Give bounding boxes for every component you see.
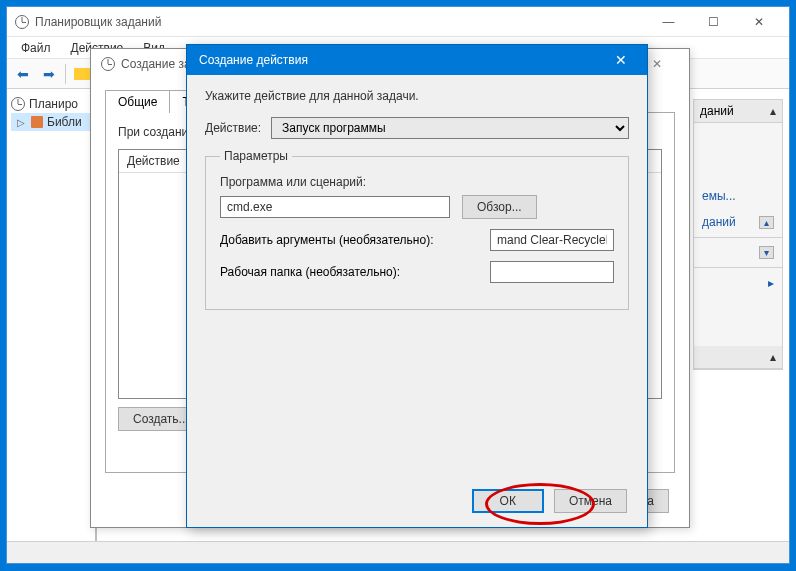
clock-icon <box>11 97 25 111</box>
chevron-right-icon: ▸ <box>768 276 774 290</box>
actions-pane-item[interactable]: ▸ <box>694 270 782 296</box>
create-action-dialog: Создание действия ✕ Укажите действие для… <box>186 44 648 528</box>
tab-general[interactable]: Общие <box>105 90 170 113</box>
folder-icon <box>74 68 90 80</box>
actions-pane-divider: ▴ <box>694 346 782 369</box>
arrow-left-icon: ⬅ <box>17 66 29 82</box>
working-folder-input[interactable] <box>490 261 614 283</box>
actions-pane-header: даний ▴ <box>694 100 782 123</box>
program-input[interactable] <box>220 196 450 218</box>
browse-button[interactable]: Обзор... <box>462 195 537 219</box>
minimize-button[interactable]: — <box>646 8 691 36</box>
tree-panel: Планиро ▷ Библи <box>7 89 97 563</box>
collapse-icon[interactable]: ▴ <box>770 104 776 118</box>
library-icon <box>31 116 43 128</box>
dialog-titlebar[interactable]: Создание действия ✕ <box>187 45 647 75</box>
down-spinner-icon[interactable]: ▾ <box>759 246 774 259</box>
maximize-button[interactable]: ☐ <box>691 8 736 36</box>
clock-icon <box>101 57 115 71</box>
collapse-icon[interactable]: ▴ <box>770 350 776 364</box>
arrow-right-icon: ➡ <box>43 66 55 82</box>
menu-file[interactable]: Файл <box>13 39 59 57</box>
expand-icon: ▷ <box>17 117 25 128</box>
program-label: Программа или сценарий: <box>220 175 614 189</box>
dialog-instruction: Укажите действие для данной задачи. <box>205 89 629 103</box>
working-folder-label: Рабочая папка (необязательно): <box>220 265 490 279</box>
toolbar-separator <box>65 64 66 84</box>
dialog-title: Создание действия <box>199 53 607 67</box>
actions-pane-item[interactable]: ▾ <box>694 240 782 265</box>
nav-forward-button[interactable]: ➡ <box>37 62 61 86</box>
action-label: Действие: <box>205 121 261 135</box>
main-titlebar: Планировщик заданий — ☐ ✕ <box>7 7 789 37</box>
tree-root[interactable]: Планиро <box>11 95 91 113</box>
tree-root-label: Планиро <box>29 97 78 111</box>
actions-pane-item[interactable]: даний ▴ <box>694 209 782 235</box>
tree-library-label: Библи <box>47 115 82 129</box>
dialog-cancel-button[interactable]: Отмена <box>554 489 627 513</box>
nav-back-button[interactable]: ⬅ <box>11 62 35 86</box>
arguments-label: Добавить аргументы (необязательно): <box>220 233 490 247</box>
tree-library[interactable]: ▷ Библи <box>11 113 91 131</box>
ok-button[interactable]: ОК <box>472 489 544 513</box>
parameters-group: Параметры Программа или сценарий: Обзор.… <box>205 149 629 310</box>
up-spinner-icon[interactable]: ▴ <box>759 216 774 229</box>
dialog-close-button[interactable]: ✕ <box>607 49 635 71</box>
close-button[interactable]: ✕ <box>736 8 781 36</box>
clock-icon <box>15 15 29 29</box>
main-window-title: Планировщик заданий <box>35 15 646 29</box>
parameters-legend: Параметры <box>220 149 292 163</box>
actions-pane-item[interactable]: емы... <box>694 183 782 209</box>
statusbar <box>7 541 789 563</box>
actions-pane: даний ▴ емы... даний ▴ ▾ ▸ ▴ <box>693 99 783 370</box>
action-combo[interactable]: Запуск программы <box>271 117 629 139</box>
arguments-input[interactable] <box>490 229 614 251</box>
